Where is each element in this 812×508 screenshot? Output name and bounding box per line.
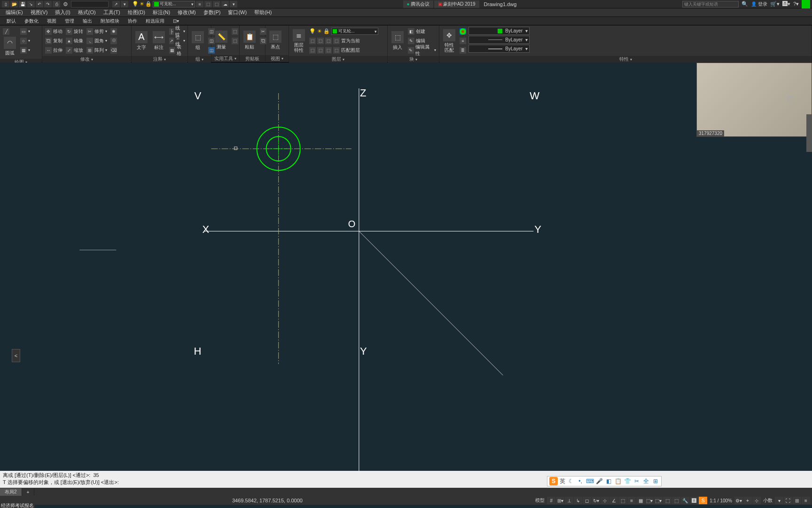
qat-save-icon[interactable]: 💾 [19,1,26,8]
sogou-status-icon[interactable]: S [699,497,707,504]
status-model[interactable]: 模型 [533,497,547,504]
sb9-icon[interactable]: ⬚ [663,497,671,504]
sel-icon[interactable]: ▦ [636,497,645,504]
li6-icon[interactable]: ⬚ [317,47,324,54]
ime-toolbar[interactable]: S 英 ☾ •, ⌨ 🎤 ◧ 📋 👕 ✂ 全 ⊞ [547,476,662,486]
stretch-button[interactable]: ↔拉伸 [44,46,63,55]
nav-bar[interactable] [806,114,812,152]
ime-grid-icon[interactable]: ⊞ [652,477,659,485]
qat-redo-icon[interactable]: ↷ [44,1,52,8]
qat-layer2-icon[interactable]: ⬚ [204,1,212,8]
tab-featured[interactable]: 精选应用 [142,17,168,25]
wrench-icon[interactable]: 🔧 [681,497,689,504]
offset-button[interactable]: ⦾ [109,36,118,45]
move-button[interactable]: ✥移动 [44,27,63,36]
qat-print-icon[interactable]: ⎙ [53,1,60,8]
gear-icon[interactable]: ⚙ [63,1,68,8]
qat-share-icon[interactable]: ↗ [112,1,120,8]
menu-modify[interactable]: 修改(M) [175,9,199,16]
erase-button[interactable]: ⌫ [109,46,118,55]
panel-modify-title[interactable]: 修改▾ [42,56,131,63]
menu-format[interactable]: 格式(O) [75,9,99,16]
doc-tab-meeting[interactable]: ●腾讯会议 [403,0,433,8]
layer-dropdown[interactable]: 可见轮... ▾ [331,28,378,35]
color-dropdown[interactable]: ByLayer▾ [468,27,530,35]
command-window[interactable]: 离或 [通过(T)/删除(E)/图层(L)] <通过>: 35 T 选择要偏移的… [0,471,812,488]
panel-layer-title[interactable]: 图层▾ [289,56,387,63]
ime-skin-icon[interactable]: ◧ [605,477,612,485]
fillet-button[interactable]: ◟圆角▾ [86,36,108,45]
qat-layer-icon[interactable]: ≡ [196,1,203,8]
trim-button[interactable]: ✂修剪▾ [86,27,108,36]
menu-param[interactable]: 参数(P) [201,9,224,16]
status-scale[interactable]: 1:1 / 100% [708,498,734,503]
ime-moon-icon[interactable]: ☾ [567,477,575,485]
tab-default[interactable]: 默认 [3,17,20,25]
camera-thumbnail[interactable]: 317927320 [696,63,812,137]
block-create-button[interactable]: ◧创建 [407,27,437,36]
tab-collab[interactable]: 协作 [124,17,141,25]
layer-props-button[interactable]: ≣图层 特性 [291,27,307,55]
gear-status-icon[interactable]: ⚙▾ [734,497,743,504]
qat-saveas-icon[interactable]: ↘ [27,1,35,8]
aux-icon[interactable]: ⊹ [752,497,761,504]
group-button[interactable]: ⬚组 [190,27,206,55]
ime-all-icon[interactable]: 全 [642,477,650,485]
lineweight-dropdown[interactable]: ByLayer▾ [468,45,530,53]
match-props-button[interactable]: ✥特性 匹配 [441,27,457,55]
draw-arc-button[interactable]: ◠ 圆弧 [2,36,18,57]
tab-view[interactable]: 视图 [43,17,60,25]
draw-hatch-button[interactable]: ▦▾ [19,46,31,55]
draw-line-button[interactable]: ╱ [2,27,18,36]
anno-icon[interactable]: 🅰 [690,497,698,504]
ime-kb-icon[interactable]: ⌨ [586,477,593,485]
ime-shirt-icon[interactable]: 👕 [624,477,631,485]
sun-icon[interactable]: ☀ [140,1,144,7]
ime-clip-icon[interactable]: 📋 [614,477,622,485]
qat-open-icon[interactable]: 📂 [10,1,18,8]
tab-more-icon[interactable]: ⊡▾ [169,17,183,25]
ortho-toggle-icon[interactable]: ⊥ [565,497,573,504]
status-decimal[interactable]: 小数 [761,497,774,504]
collapse-toggle-button[interactable]: < [12,349,20,362]
paste-button[interactable]: 📋粘贴 [242,27,258,54]
doc-tab-app[interactable]: ▣豪刻中AD 2019 [434,0,479,8]
qat-cloud-icon[interactable]: ☁ [221,1,229,8]
bulb-icon[interactable]: 💡 [132,1,139,7]
panel-annot-title[interactable]: 注释▾ [132,56,187,63]
snap-toggle-icon[interactable]: ⊞▾ [556,497,564,504]
array-button[interactable]: ⊞阵列▾ [86,46,108,55]
qat-undo-icon[interactable]: ↶ [36,1,43,8]
text-button[interactable]: A文字 [133,27,149,55]
dim-button[interactable]: ⟷标注 [151,27,167,55]
menu-view[interactable]: 视图(V) [28,9,51,16]
lineweight-icon-button[interactable]: ≣ [459,46,467,55]
scale-button[interactable]: ⤢缩放 [65,46,84,55]
menu-tools[interactable]: 工具(T) [101,9,123,16]
rotate-button[interactable]: ↻旋转 [65,27,84,36]
menu-window[interactable]: 窗口(W) [225,9,250,16]
color-wheel-button[interactable] [459,27,467,36]
cart-icon[interactable]: 🛒▾ [770,1,780,7]
draw-circle-button[interactable]: ○▾ [19,36,31,45]
layout-tab-add[interactable]: + [22,488,35,496]
login-button[interactable]: 👤 登录 [751,1,767,8]
lw-icon[interactable]: ∠ [609,497,618,504]
block-editattr-button[interactable]: ✎编辑属性▾ [407,46,437,55]
help-icon[interactable]: ?▾ [793,1,799,7]
tab-param[interactable]: 参数化 [21,17,42,25]
base-button[interactable]: ⬚基点 [267,27,283,54]
search-icon[interactable]: 🔍 [742,1,748,7]
li8-icon[interactable]: ⬚ [333,47,340,54]
li4-icon[interactable]: ⬚ [333,38,340,44]
sb-max-icon[interactable]: ⛶ [784,497,792,504]
table-button[interactable]: ▦表格 [168,46,186,55]
qat-search-input[interactable] [71,1,109,8]
sogou-icon[interactable]: S [549,477,558,485]
osnap3d-icon[interactable]: ↻▾ [592,497,600,504]
sb-dd-icon[interactable]: ▾ [775,497,783,504]
lock-icon[interactable]: 🔒 [145,1,152,7]
qat-dd2-icon[interactable]: ▾ [230,1,237,8]
menu-edit[interactable]: 编辑(E) [3,9,26,16]
qat-layer3-icon[interactable]: ⬚ [213,1,220,8]
